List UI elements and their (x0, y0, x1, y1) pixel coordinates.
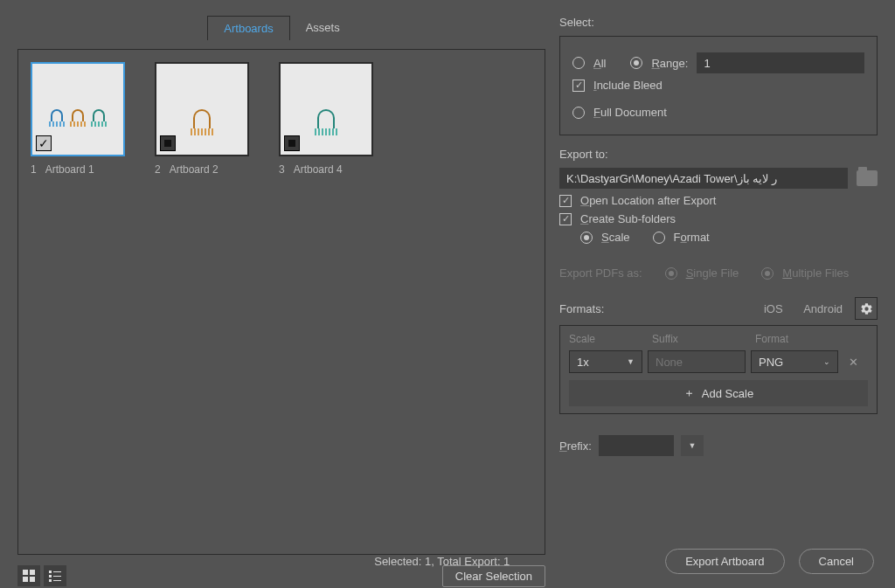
radio-subfolder-scale[interactable] (580, 232, 593, 244)
svg-rect-2 (23, 577, 28, 582)
gear-icon[interactable] (855, 297, 878, 320)
export-path-input[interactable] (559, 168, 848, 189)
check-include-bleed[interactable]: ✓ (572, 80, 585, 92)
artboard-number: 1 (31, 163, 37, 176)
artboard-thumbnail[interactable] (155, 62, 249, 156)
folder-icon[interactable] (857, 170, 878, 186)
artboard-checkbox[interactable] (160, 135, 176, 151)
radio-multiple-files (761, 267, 774, 280)
radio-subfolder-format[interactable] (653, 232, 665, 244)
artboard-name: Artboard 2 (170, 163, 219, 176)
preset-ios[interactable]: iOS (764, 302, 783, 315)
preset-android[interactable]: Android (803, 302, 843, 315)
full-document-label[interactable]: Full Document (593, 106, 667, 119)
select-label: Select: (559, 16, 878, 29)
check-open-location[interactable]: ✓ (559, 195, 572, 207)
prefix-label: Prefix: (559, 439, 592, 453)
cancel-button[interactable]: Cancel (799, 549, 874, 574)
artboard-number: 2 (155, 163, 161, 176)
svg-rect-3 (30, 577, 35, 582)
single-file-label: Single File (686, 266, 739, 280)
scale-dropdown[interactable]: 1x▼ (569, 350, 642, 373)
radio-all[interactable] (572, 57, 585, 69)
export-to-label: Export to: (559, 148, 878, 161)
svg-rect-9 (53, 580, 61, 581)
artboard-name: Artboard 1 (45, 163, 94, 176)
artboard-checkbox[interactable]: ✓ (36, 135, 52, 151)
col-scale: Scale (569, 333, 652, 345)
range-input[interactable] (697, 52, 864, 73)
prefix-input[interactable] (599, 435, 674, 456)
artboard-thumbnail[interactable]: ✓ (31, 62, 125, 156)
remove-format-icon[interactable]: ✕ (843, 356, 864, 369)
status-text: Selected: 1, Total Export: 1 (374, 555, 510, 568)
subfolder-scale-label[interactable]: Scale (601, 231, 630, 244)
create-subfolders-label[interactable]: Create Sub-folders (580, 212, 676, 225)
col-format: Format (755, 333, 868, 345)
include-bleed-label[interactable]: Include Bleed (593, 79, 663, 92)
tab-artboards[interactable]: Artboards (207, 16, 289, 40)
svg-rect-6 (49, 575, 52, 578)
radio-range-label[interactable]: Range: (651, 57, 688, 70)
svg-rect-8 (49, 579, 52, 582)
tab-assets[interactable]: Assets (290, 16, 356, 40)
artboard-panel: ✓ 1 Artboard 1 2 (17, 49, 545, 555)
radio-range[interactable] (630, 57, 642, 69)
plus-icon: ＋ (683, 385, 695, 401)
multiple-files-label: Multiple Files (782, 266, 849, 280)
export-artboard-button[interactable]: Export Artboard (665, 549, 784, 574)
artboard-item[interactable]: 3 Artboard 4 (279, 62, 373, 176)
format-dropdown[interactable]: PNG⌄ (751, 350, 838, 373)
radio-full-document[interactable] (572, 107, 585, 119)
artboard-checkbox[interactable] (284, 135, 300, 151)
artboard-item[interactable]: ✓ 1 Artboard 1 (31, 62, 125, 176)
open-location-label[interactable]: Open Location after Export (580, 194, 716, 207)
check-create-subfolders[interactable]: ✓ (559, 213, 572, 225)
artboard-item[interactable]: 2 Artboard 2 (155, 62, 249, 176)
svg-rect-7 (53, 576, 61, 577)
radio-single-file (665, 267, 677, 280)
artboard-name: Artboard 4 (294, 163, 343, 176)
export-pdfs-label: Export PDFs as: (559, 266, 642, 280)
artboard-number: 3 (279, 163, 285, 176)
col-suffix: Suffix (652, 333, 755, 345)
add-scale-button[interactable]: ＋ Add Scale (569, 380, 868, 406)
suffix-input[interactable] (648, 350, 746, 373)
formats-label: Formats: (559, 302, 604, 315)
radio-all-label[interactable]: All (593, 57, 606, 70)
subfolder-format-label[interactable]: Format (674, 231, 710, 244)
artboard-thumbnail[interactable] (279, 62, 373, 156)
prefix-dropdown[interactable]: ▼ (681, 435, 704, 456)
